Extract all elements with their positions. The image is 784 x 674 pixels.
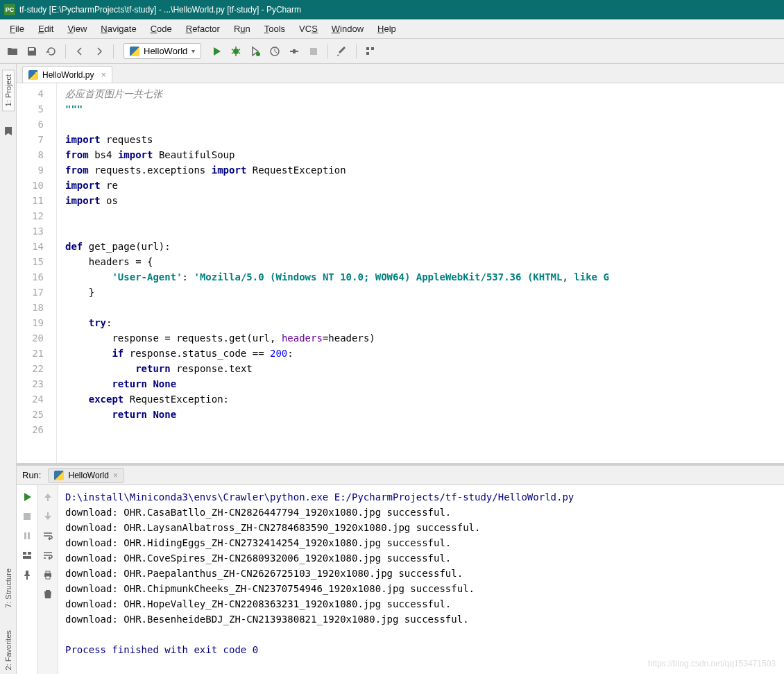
trash-icon[interactable]: [40, 587, 56, 602]
svg-point-0: [233, 49, 239, 54]
pin-icon[interactable]: [19, 567, 35, 582]
menu-vcs[interactable]: VCS: [292, 21, 325, 37]
attach-icon[interactable]: [286, 43, 302, 60]
run-tab-label: HelloWorld: [68, 471, 108, 480]
run-controls-left2: [37, 485, 58, 674]
menu-view[interactable]: View: [60, 21, 94, 37]
project-tool-tab[interactable]: 1: Project: [2, 69, 15, 111]
menu-navigate[interactable]: Navigate: [94, 21, 143, 37]
stop-run-icon[interactable]: [19, 509, 35, 524]
rerun-icon[interactable]: [19, 489, 35, 505]
refresh-icon[interactable]: [43, 43, 60, 60]
code-editor[interactable]: 4567891011121314151617181920212223242526…: [17, 83, 784, 463]
svg-rect-15: [46, 576, 50, 579]
menu-help[interactable]: Help: [370, 21, 403, 37]
window-titlebar: PC tf-study [E:\PycharmProjects\tf-study…: [0, 0, 784, 19]
layout-icon[interactable]: [19, 548, 35, 563]
chevron-down-icon: ▾: [191, 47, 195, 55]
menu-refactor[interactable]: Refactor: [179, 21, 227, 37]
run-output[interactable]: D:\install\Miniconda3\envs\Crawler\pytho…: [58, 485, 784, 674]
menu-code[interactable]: Code: [144, 21, 179, 37]
soft-wrap-icon[interactable]: [40, 528, 56, 544]
svg-rect-3: [310, 48, 317, 55]
profile-icon[interactable]: [266, 43, 283, 60]
menu-file[interactable]: File: [3, 21, 31, 37]
back-icon[interactable]: [71, 43, 88, 60]
menu-edit[interactable]: Edit: [31, 21, 60, 37]
line-number-gutter: 4567891011121314151617181920212223242526: [17, 83, 57, 463]
code-area[interactable]: 必应首页图片一共七张""" import requestsfrom bs4 im…: [57, 83, 784, 463]
svg-rect-10: [23, 552, 26, 555]
svg-rect-11: [28, 552, 31, 555]
close-tab-icon[interactable]: ×: [101, 69, 106, 80]
svg-rect-6: [366, 52, 369, 55]
coverage-icon[interactable]: [247, 43, 264, 60]
run-config-selector[interactable]: HelloWorld ▾: [123, 43, 201, 59]
run-tab-helloworld[interactable]: HelloWorld ×: [48, 468, 123, 483]
run-label: Run:: [22, 470, 41, 480]
python-icon: [54, 471, 64, 480]
left-tool-strip: 1: Project 7: Structure 2: Favorites: [0, 64, 17, 674]
menu-window[interactable]: Window: [325, 21, 370, 37]
svg-rect-12: [23, 556, 31, 559]
open-icon[interactable]: [4, 43, 21, 60]
svg-point-1: [256, 52, 260, 56]
editor-tab-label: HelloWorld.py: [42, 70, 94, 80]
python-file-icon: [28, 70, 38, 80]
run-config-name: HelloWorld: [144, 46, 187, 56]
python-icon: [130, 47, 139, 56]
window-title: tf-study [E:\PycharmProjects\tf-study] -…: [19, 5, 301, 15]
main-toolbar: HelloWorld ▾: [0, 39, 784, 64]
close-run-tab-icon[interactable]: ×: [113, 471, 118, 480]
up-icon[interactable]: [40, 489, 56, 505]
bookmarks-icon[interactable]: [2, 125, 15, 137]
svg-rect-4: [366, 47, 369, 50]
debug-icon[interactable]: [228, 43, 244, 60]
svg-rect-5: [371, 47, 374, 50]
menu-tools[interactable]: Tools: [257, 21, 292, 37]
menu-bar: File Edit View Navigate Code Refactor Ru…: [0, 19, 784, 39]
pycharm-icon: PC: [4, 4, 15, 15]
svg-rect-9: [28, 532, 30, 539]
run-controls-left: [17, 485, 37, 674]
editor-tab-helloworld[interactable]: HelloWorld.py ×: [22, 66, 112, 83]
forward-icon[interactable]: [91, 43, 108, 60]
settings-icon[interactable]: [334, 43, 350, 60]
pause-icon[interactable]: [19, 528, 35, 544]
save-icon[interactable]: [24, 43, 40, 60]
watermark-text: https://blog.csdn.net/qq153471503: [648, 659, 776, 668]
favorites-tool-tab[interactable]: 2: Favorites: [3, 626, 14, 674]
run-icon[interactable]: [208, 43, 225, 60]
menu-run[interactable]: Run: [227, 21, 257, 37]
svg-rect-7: [24, 513, 31, 520]
svg-rect-14: [46, 571, 50, 573]
down-icon[interactable]: [40, 509, 56, 524]
svg-rect-8: [24, 532, 26, 539]
print-icon[interactable]: [40, 567, 56, 582]
stop-icon[interactable]: [305, 43, 322, 60]
run-tool-window: Run: HelloWorld ×: [17, 463, 784, 674]
editor-tab-bar: HelloWorld.py ×: [17, 64, 784, 83]
structure-toolbar-icon[interactable]: [362, 43, 379, 60]
structure-tool-tab[interactable]: 7: Structure: [3, 564, 14, 612]
scroll-to-end-icon[interactable]: [40, 548, 56, 563]
